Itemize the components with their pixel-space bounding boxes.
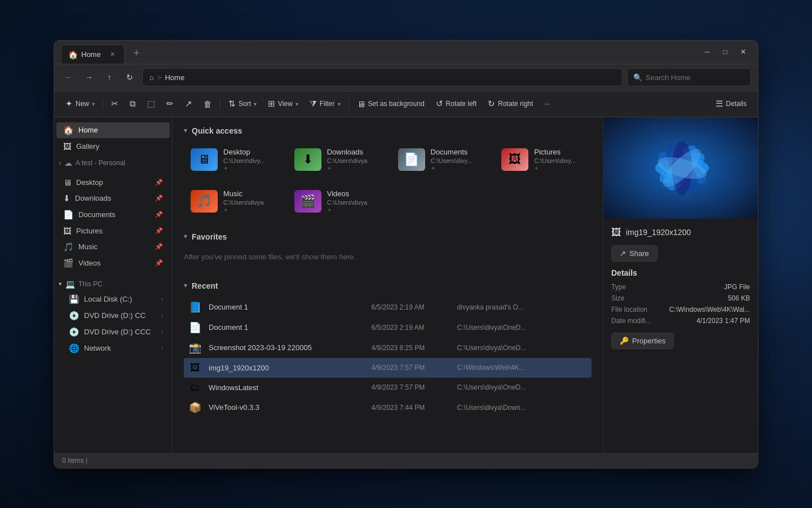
toolbar-separator-1 bbox=[103, 98, 103, 109]
recent-list: 📘 Document 1 6/5/2023 2:19 AM divyanka p… bbox=[184, 297, 592, 418]
folder-videos[interactable]: 🎬 Videos C:\Users\divya ✦ bbox=[288, 184, 385, 219]
preview-name: img19_1920x1200 bbox=[626, 228, 691, 237]
properties-button[interactable]: 🔑 Properties bbox=[611, 333, 674, 349]
recent-icon-4: 🗂 bbox=[188, 382, 202, 394]
sidebar-item-pictures[interactable]: 🖼 Pictures 📌 bbox=[56, 223, 170, 238]
recent-row-5[interactable]: 📦 ViVeTool-v0.3.3 4/9/2023 7:44 PM C:\Us… bbox=[184, 397, 592, 418]
sidebar-item-home[interactable]: 🏠 Home bbox=[56, 122, 170, 138]
details-label: Details bbox=[726, 100, 747, 108]
recent-name-3: img19_1920x1200 bbox=[209, 364, 365, 372]
sidebar-item-localc[interactable]: 💾 Local Disk (C:) › bbox=[56, 291, 170, 307]
quick-access-header: ▾ Quick access bbox=[184, 126, 592, 135]
refresh-button[interactable]: ↻ bbox=[122, 69, 138, 85]
recent-collapse-icon[interactable]: ▾ bbox=[184, 282, 187, 289]
new-button[interactable]: ✦ New ▾ bbox=[61, 96, 99, 111]
pictures-pin-icon: 📌 bbox=[155, 227, 163, 235]
downloads-pin-icon: 📌 bbox=[155, 195, 163, 202]
details-section: Details Type JPG File Size 506 KB File l… bbox=[611, 268, 750, 349]
close-button[interactable]: ✕ bbox=[735, 46, 751, 58]
onedrive-label: A test - Personal bbox=[76, 159, 125, 167]
sidebar-item-downloads[interactable]: ⬇ Downloads 📌 bbox=[56, 191, 170, 206]
recent-loc-0: divyanka prasad's O... bbox=[457, 303, 587, 311]
sidebar-item-network[interactable]: 🌐 Network › bbox=[56, 341, 170, 356]
copy-button[interactable]: ⧉ bbox=[125, 96, 140, 111]
sort-button[interactable]: ⇅ Sort ▾ bbox=[224, 96, 261, 111]
sidebar-onedrive-group[interactable]: › ☁ A test - Personal bbox=[54, 156, 172, 170]
cut-button[interactable]: ✂ bbox=[107, 96, 123, 111]
delete-button[interactable]: 🗑 bbox=[199, 97, 217, 111]
recent-row-4[interactable]: 🗂 WindowsLatest 4/9/2023 7:57 PM C:\User… bbox=[184, 378, 592, 397]
filter-button[interactable]: ⧩ Filter ▾ bbox=[305, 96, 345, 111]
sidebar-item-dvd1[interactable]: 💿 DVD Drive (D:) CC › bbox=[56, 308, 170, 324]
share-button[interactable]: ↗ bbox=[180, 96, 197, 111]
recent-row-3[interactable]: 🖼 img19_1920x1200 4/9/2023 7:57 PM C:\Wi… bbox=[184, 358, 592, 378]
folder-documents[interactable]: 📄 Documents C:\Users\divy... ✦ bbox=[391, 142, 488, 177]
new-tab-button[interactable]: + bbox=[129, 46, 144, 60]
music-folder-path: C:\Users\divya bbox=[223, 199, 274, 206]
favorites-collapse-icon[interactable]: ▾ bbox=[184, 233, 187, 240]
more-label: ··· bbox=[544, 100, 550, 108]
sidebar-thispc-group[interactable]: ▾ 💻 This PC bbox=[54, 277, 172, 291]
sidebar-item-documents[interactable]: 📄 Documents 📌 bbox=[56, 207, 170, 223]
recent-row-1[interactable]: 📄 Document 1 6/5/2023 2:19 AM C:\Users\d… bbox=[184, 317, 592, 338]
recent-loc-1: C:\Users\divya\OneD... bbox=[457, 324, 587, 332]
recent-icon-1: 📄 bbox=[188, 321, 202, 334]
sidebar-item-desktop[interactable]: 🖥 Desktop 📌 bbox=[56, 175, 170, 190]
rename-button[interactable]: ✏ bbox=[162, 96, 178, 111]
set-background-button[interactable]: 🖥 Set as background bbox=[352, 97, 429, 111]
pictures-info: Pictures C:\Users\divy... ✦ bbox=[534, 148, 585, 171]
music-sidebar-icon: 🎵 bbox=[63, 242, 74, 252]
minimize-button[interactable]: ─ bbox=[699, 46, 715, 58]
folder-downloads[interactable]: ⬇ Downloads C:\Users\divya ✦ bbox=[288, 142, 385, 177]
documents-folder-path: C:\Users\divy... bbox=[431, 157, 482, 164]
forward-button[interactable]: → bbox=[81, 69, 97, 85]
folder-pictures[interactable]: 🖼 Pictures C:\Users\divy... ✦ bbox=[495, 142, 592, 177]
paste-button[interactable]: ⬚ bbox=[143, 96, 160, 111]
sidebar-item-dvd2[interactable]: 💿 DVD Drive (D:) CCC › bbox=[56, 324, 170, 340]
share-preview-button[interactable]: ↗ Share bbox=[611, 245, 657, 262]
documents-folder-name: Documents bbox=[431, 148, 482, 156]
active-tab[interactable]: 🏠 Home ✕ bbox=[61, 45, 125, 64]
address-path[interactable]: ⌂ > Home bbox=[142, 68, 623, 86]
tab-close-button[interactable]: ✕ bbox=[108, 50, 117, 59]
sidebar-item-music[interactable]: 🎵 Music 📌 bbox=[56, 239, 170, 255]
videos-thumb: 🎬 bbox=[294, 190, 321, 213]
rotate-right-button[interactable]: ↻ Rotate right bbox=[483, 96, 537, 111]
preview-panel: 🖼 img19_1920x1200 ↗ Share Details Type J… bbox=[603, 117, 758, 453]
back-button[interactable]: ← bbox=[61, 69, 77, 85]
recent-row-2[interactable]: 📸 Screenshot 2023-03-19 220005 4/9/2023 … bbox=[184, 338, 592, 358]
documents-pin-icon: 📌 bbox=[155, 211, 163, 218]
favorites-section: ▾ Favorites After you've pinned some fil… bbox=[184, 232, 592, 270]
details-title: Details bbox=[611, 268, 750, 277]
addressbar: ← → ↑ ↻ ⌂ > Home 🔍 bbox=[54, 64, 758, 91]
sidebar-pictures-label: Pictures bbox=[76, 227, 103, 235]
quickaccess-collapse-icon[interactable]: ▾ bbox=[184, 127, 187, 134]
videos-info: Videos C:\Users\divya ✦ bbox=[327, 189, 378, 213]
rotate-left-button[interactable]: ↺ Rotate left bbox=[431, 96, 482, 111]
location-value: C:\Windows\Web\4K\Wal... bbox=[669, 306, 750, 313]
more-button[interactable]: ··· bbox=[540, 98, 554, 110]
search-box[interactable]: 🔍 bbox=[627, 68, 751, 86]
recent-loc-3: C:\Windows\Web\4K... bbox=[457, 364, 587, 372]
thispc-label: This PC bbox=[78, 280, 103, 288]
sidebar-item-gallery[interactable]: 🖼 Gallery bbox=[56, 139, 170, 154]
sidebar-item-videos[interactable]: 🎬 Videos 📌 bbox=[56, 255, 170, 271]
folder-desktop[interactable]: 🖥 Desktop C:\Users\divy... ✦ bbox=[184, 142, 281, 177]
maximize-button[interactable]: □ bbox=[717, 46, 733, 58]
up-button[interactable]: ↑ bbox=[102, 69, 117, 85]
view-button[interactable]: ⊞ View ▾ bbox=[263, 96, 303, 111]
rotate-left-label: Rotate left bbox=[446, 100, 477, 108]
folder-music[interactable]: 🎵 Music C:\Users\divya ✦ bbox=[184, 184, 281, 219]
sidebar-videos-label: Videos bbox=[78, 259, 101, 267]
documents-thumb: 📄 bbox=[398, 148, 425, 171]
details-icon: ☰ bbox=[716, 99, 723, 109]
details-button[interactable]: ☰ Details bbox=[711, 96, 751, 111]
statusbar: 0 items | bbox=[54, 453, 758, 468]
recent-name-1: Document 1 bbox=[209, 323, 365, 332]
sidebar-home-label: Home bbox=[78, 126, 98, 134]
search-input[interactable] bbox=[646, 73, 745, 82]
recent-row-0[interactable]: 📘 Document 1 6/5/2023 2:19 AM divyanka p… bbox=[184, 297, 592, 317]
window-controls: ─ □ ✕ bbox=[699, 46, 751, 58]
share-preview-label: Share bbox=[629, 249, 649, 258]
videos-folder-name: Videos bbox=[327, 189, 378, 198]
